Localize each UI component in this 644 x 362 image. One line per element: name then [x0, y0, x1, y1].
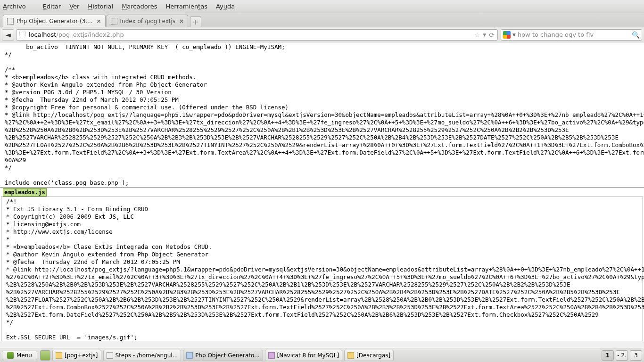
browser-icon: [186, 352, 193, 359]
bookmark-star-icon[interactable]: ☆: [474, 31, 480, 39]
document-icon: [107, 352, 113, 359]
url-dropdown-icon[interactable]: ▼: [483, 33, 486, 37]
code-block-bottom-container: /*! * Ext JS Library 3.1 - Form Binding …: [1, 197, 643, 341]
search-engine-dropdown-icon[interactable]: ▼: [512, 33, 516, 37]
menu-marcadores[interactable]: Marcadores: [122, 3, 157, 10]
database-icon: [268, 352, 275, 359]
page-icon: [111, 18, 117, 25]
back-button[interactable]: ◄: [2, 29, 14, 41]
divider: [0, 187, 644, 188]
code-block-top[interactable]: bo_activo TINYINT NOT NULL, PRIMARY KEY …: [0, 42, 644, 187]
url-bar[interactable]: localhost/pog_extjs/index2.php ☆ ▼ ⟳: [16, 29, 498, 41]
workspace-1[interactable]: 1: [602, 350, 614, 361]
new-tab-button[interactable]: +: [190, 16, 201, 27]
section-header-empleados-js: empleados.js: [3, 188, 47, 197]
menu-ayuda[interactable]: Ayuda: [216, 3, 235, 10]
arrow-left-icon: ◄: [5, 31, 11, 39]
menu-ver[interactable]: Ver: [69, 3, 79, 10]
show-desktop-button[interactable]: [40, 350, 50, 361]
menu-label: Menu: [17, 352, 32, 359]
menu-archivo[interactable]: Archivo: [3, 3, 34, 10]
site-identity-icon[interactable]: [19, 32, 26, 38]
url-path: /pog_extjs/index2.php: [56, 31, 124, 38]
tab-label: Php Object Generator (3....: [17, 18, 93, 25]
taskbar-item-label: [pog+extjs]: [65, 352, 98, 359]
page-icon: [7, 18, 14, 25]
google-icon[interactable]: [503, 31, 511, 39]
tab-close-icon[interactable]: ×: [179, 18, 184, 25]
desktop-taskbar: Menu [pog+extjs] Steps - /home/angul... …: [0, 348, 644, 362]
taskbar-item-label: [Descargas]: [356, 352, 390, 359]
taskbar-item-2[interactable]: Php Object Generato...: [183, 350, 263, 361]
workspace-3[interactable]: 3: [630, 350, 642, 361]
folder-icon: [347, 352, 354, 359]
tab-close-icon[interactable]: ×: [97, 18, 101, 25]
url-host: localhost: [29, 31, 56, 38]
search-icon[interactable]: 🔍: [632, 31, 640, 39]
taskbar-item-0[interactable]: [pog+extjs]: [52, 350, 101, 361]
taskbar-item-label: Php Object Generato...: [195, 352, 259, 359]
tab-label: Index of /pog+extjs: [120, 18, 175, 25]
taskbar-item-3[interactable]: [Navicat 8 for MySQL]: [265, 350, 343, 361]
search-bar[interactable]: ▼ how to change ogv to flv 🔍: [501, 29, 642, 41]
mint-menu-icon: [7, 352, 14, 359]
browser-tab-0[interactable]: Php Object Generator (3.... ×: [3, 15, 106, 27]
app-menubar: Archivo Editar Ver Historial Marcadores …: [0, 0, 644, 13]
code-block-bottom[interactable]: /*! * Ext JS Library 3.1 - Form Binding …: [1, 197, 643, 341]
taskbar-item-label: Steps - /home/angul...: [116, 352, 178, 359]
page-content: bo_activo TINYINT NOT NULL, PRIMARY KEY …: [0, 42, 644, 341]
search-text: how to change ogv to flv: [518, 31, 632, 38]
menu-historial[interactable]: Historial: [88, 3, 113, 10]
workspace-2[interactable]: - 2.: [616, 350, 628, 361]
start-menu-button[interactable]: Menu: [2, 351, 37, 360]
folder-icon: [56, 352, 62, 359]
reload-icon[interactable]: ⟳: [489, 31, 495, 39]
browser-tab-strip: Php Object Generator (3.... × Index of /…: [0, 13, 644, 27]
taskbar-item-label: [Navicat 8 for MySQL]: [277, 352, 339, 359]
taskbar-item-1[interactable]: Steps - /home/angul...: [103, 350, 182, 361]
menu-herramientas[interactable]: Herramientas: [166, 3, 208, 10]
taskbar-item-4[interactable]: [Descargas]: [344, 350, 394, 361]
browser-toolbar: ◄ localhost/pog_extjs/index2.php ☆ ▼ ⟳ ▼…: [0, 27, 644, 42]
menu-editar[interactable]: Editar: [43, 3, 61, 10]
browser-tab-1[interactable]: Index of /pog+extjs ×: [107, 15, 189, 27]
